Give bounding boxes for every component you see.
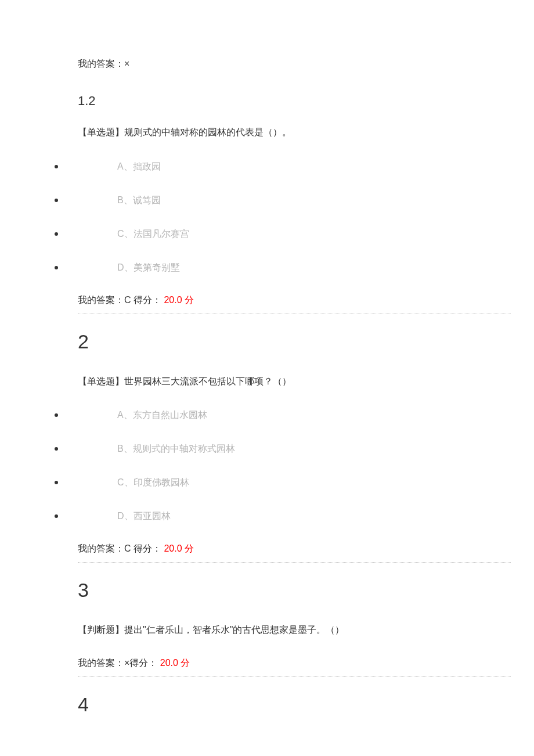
answer-value: C [124, 543, 131, 553]
option-separator: 、 [124, 161, 133, 171]
option-label: D [117, 262, 124, 272]
option-label: B [117, 195, 124, 205]
divider [78, 562, 511, 563]
section-number-4: 4 [78, 693, 511, 716]
question-3-answer: 我的答案：×得分： 20.0 分 [78, 657, 511, 669]
option-c[interactable]: C、法国凡尔赛宫 [78, 227, 511, 241]
previous-answer-prefix: 我的答案： [78, 59, 124, 69]
divider [78, 676, 511, 677]
score-label: 得分： [131, 543, 164, 553]
score-value: 20.0 [164, 295, 182, 305]
option-d[interactable]: D、美第奇别墅 [78, 261, 511, 275]
option-b[interactable]: B、诚笃园 [78, 193, 511, 207]
previous-answer-value: × [124, 59, 129, 69]
option-text: 西亚园林 [134, 511, 171, 521]
question-1-2-text: 【单选题】规则式的中轴对称的园林的代表是（）。 [78, 125, 511, 140]
option-text: 印度佛教园林 [134, 477, 189, 487]
answer-prefix: 我的答案： [78, 295, 124, 305]
option-separator: 、 [124, 444, 133, 453]
option-a[interactable]: A、东方自然山水园林 [78, 408, 511, 422]
question-2-answer: 我的答案：C 得分： 20.0 分 [78, 543, 511, 555]
score-value: 20.0 [160, 658, 178, 668]
question-3-text: 【判断题】提出"仁者乐山，智者乐水"的古代思想家是墨子。（） [78, 622, 511, 638]
option-text: 东方自然山水园林 [133, 410, 207, 420]
question-2-text: 【单选题】世界园林三大流派不包括以下哪项？（） [78, 374, 511, 389]
option-separator: 、 [124, 195, 133, 205]
option-label: A [117, 410, 124, 420]
score-label: 得分： [131, 295, 164, 305]
score-unit: 分 [182, 543, 194, 553]
section-number-3: 3 [78, 579, 511, 602]
option-a[interactable]: A、拙政园 [78, 160, 511, 174]
option-label: B [117, 444, 124, 453]
option-label: A [117, 161, 124, 171]
option-d[interactable]: D、西亚园林 [78, 509, 511, 523]
option-c[interactable]: C、印度佛教园林 [78, 476, 511, 489]
answer-value: × [124, 658, 129, 668]
option-text: 规则式的中轴对称式园林 [133, 444, 235, 453]
section-number-1-2: 1.2 [78, 93, 511, 109]
question-1-2-options: A、拙政园 B、诚笃园 C、法国凡尔赛宫 D、美第奇别墅 [78, 160, 511, 275]
option-label: C [117, 477, 124, 487]
option-separator: 、 [124, 410, 133, 420]
option-separator: 、 [124, 262, 134, 272]
option-text: 法国凡尔赛宫 [134, 229, 189, 239]
option-separator: 、 [124, 477, 134, 487]
divider [78, 314, 511, 314]
option-label: C [117, 229, 124, 239]
option-b[interactable]: B、规则式的中轴对称式园林 [78, 442, 511, 456]
previous-answer: 我的答案：× [78, 58, 511, 70]
option-text: 诚笃园 [133, 195, 161, 205]
answer-prefix: 我的答案： [78, 543, 124, 553]
section-number-2: 2 [78, 330, 511, 353]
answer-value: C [124, 295, 131, 305]
score-unit: 分 [182, 295, 194, 305]
option-text: 美第奇别墅 [134, 262, 180, 272]
question-2-options: A、东方自然山水园林 B、规则式的中轴对称式园林 C、印度佛教园林 D、西亚园林 [78, 408, 511, 523]
option-text: 拙政园 [133, 161, 161, 171]
option-separator: 、 [124, 229, 134, 239]
answer-prefix: 我的答案： [78, 658, 124, 668]
score-value: 20.0 [164, 543, 182, 553]
score-label: 得分： [129, 658, 160, 668]
score-unit: 分 [178, 658, 190, 668]
question-1-2-answer: 我的答案：C 得分： 20.0 分 [78, 294, 511, 307]
option-label: D [117, 511, 124, 521]
option-separator: 、 [124, 511, 134, 521]
